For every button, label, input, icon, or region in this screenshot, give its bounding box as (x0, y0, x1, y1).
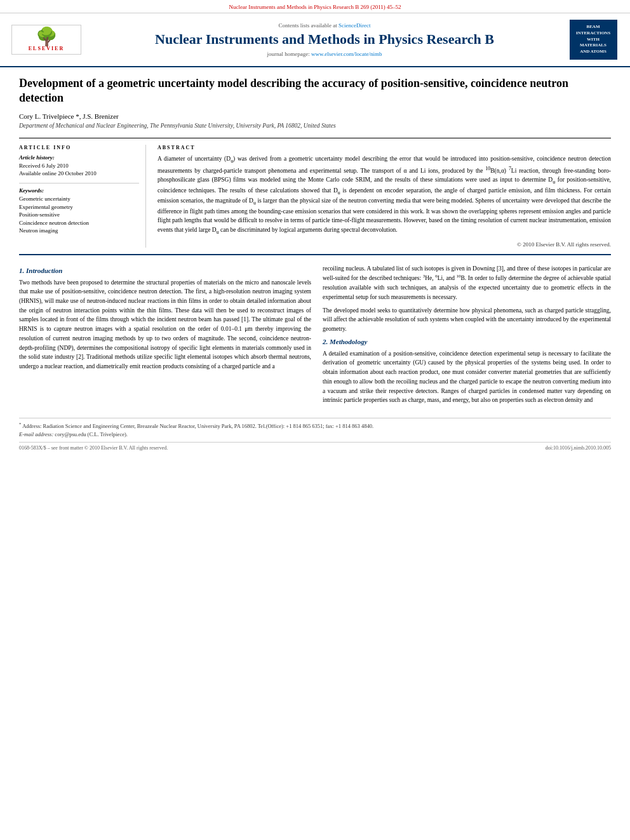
abstract-text: A diameter of uncertainty (Du) was deriv… (158, 154, 611, 236)
keyword-2: Experimental geometry (19, 203, 139, 211)
homepage-link[interactable]: www.elsevier.com/locate/nimb (311, 51, 382, 57)
right-column: recoiling nucleus. A tabulated list of s… (323, 264, 611, 410)
copyright-notice: © 2010 Elsevier B.V. All rights reserved… (158, 241, 611, 248)
journal-title-area: Contents lists available at ScienceDirec… (81, 22, 568, 57)
info-abstract-row: ARTICLE INFO Article history: Received 6… (19, 138, 611, 248)
section2-heading: 2. Methodology (323, 338, 611, 345)
journal-header: Nuclear Instruments and Methods in Physi… (0, 0, 630, 13)
section1-paragraph1: Two methods have been proposed to determ… (19, 278, 311, 371)
homepage-prefix: journal homepage: (267, 51, 311, 57)
footnote-address: Address: Radiation Science and Engineeri… (22, 423, 373, 429)
authors-text: Cory L. Trivelpiece *, J.S. Brenizer (19, 112, 119, 120)
journal-full-title: Nuclear Instruments and Methods in Physi… (88, 31, 561, 48)
keyword-3: Position-sensitive (19, 211, 139, 219)
article-keywords: Keywords: Geometric uncertainty Experime… (19, 187, 139, 235)
article-received: Received 6 July 2010 (19, 162, 139, 170)
footer-issn: 0168-583X/$ – see front matter © 2010 El… (19, 445, 168, 451)
elsevier-logo: 🌳 ELSEVIER (11, 25, 81, 55)
keyword-5: Neutron imaging (19, 227, 139, 235)
article-title: Development of a geometric uncertainty m… (19, 76, 611, 106)
journal-banner: 🌳 ELSEVIER Contents lists available at S… (0, 13, 630, 67)
page: Nuclear Instruments and Methods in Physi… (0, 0, 630, 840)
sciencedirect-link[interactable]: ScienceDirect (338, 22, 370, 29)
sciencedirect-line: Contents lists available at ScienceDirec… (88, 22, 561, 29)
elsevier-tree-icon: 🌳 (36, 28, 58, 46)
section1-paragraph-right1: recoiling nucleus. A tabulated list of s… (323, 264, 611, 302)
footnote-text: * Address: Radiation Science and Enginee… (19, 421, 611, 438)
article-body: Development of a geometric uncertainty m… (0, 67, 630, 418)
section1-heading: 1. Introduction (19, 267, 311, 274)
article-info-column: ARTICLE INFO Article history: Received 6… (19, 145, 146, 248)
article-info-label: ARTICLE INFO (19, 145, 139, 150)
article-main-columns: 1. Introduction Two methods have been pr… (19, 254, 611, 410)
journal-homepage-line: journal homepage: www.elsevier.com/locat… (88, 51, 561, 57)
keywords-label: Keywords: (19, 187, 139, 194)
journal-badge-area: BEAMINTERACTIONSWITHMATERIALSAND ATOMS (568, 20, 619, 60)
journal-reference-text: Nuclear Instruments and Methods in Physi… (229, 4, 401, 10)
left-column: 1. Introduction Two methods have been pr… (19, 264, 311, 410)
footer-bottom: 0168-583X/$ – see front matter © 2010 El… (19, 442, 611, 451)
journal-badge: BEAMINTERACTIONSWITHMATERIALSAND ATOMS (570, 20, 617, 60)
article-abstract-column: ABSTRACT A diameter of uncertainty (Du) … (158, 145, 611, 248)
section2-paragraph1: A detailed examination of a position-sen… (323, 349, 611, 405)
footnote-email: cory@psu.edu (C.L. Trivelpiece). (55, 431, 128, 437)
article-history: Article history: Received 6 July 2010 Av… (19, 154, 139, 178)
sciencedirect-prefix: Contents lists available at (279, 22, 338, 29)
abstract-label: ABSTRACT (158, 145, 611, 150)
article-affiliation: Department of Mechanical and Nuclear Eng… (19, 123, 611, 129)
keyword-1: Geometric uncertainty (19, 195, 139, 203)
footer-doi: doi:10.1016/j.nimb.2010.10.005 (546, 445, 611, 451)
footnote-area: * Address: Radiation Science and Enginee… (19, 418, 611, 438)
elsevier-wordmark: ELSEVIER (29, 46, 64, 51)
article-available: Available online 20 October 2010 (19, 170, 139, 178)
footnote-email-label: E-mail address: (19, 431, 53, 437)
elsevier-logo-area: 🌳 ELSEVIER (11, 25, 81, 55)
article-authors: Cory L. Trivelpiece *, J.S. Brenizer (19, 112, 611, 120)
keyword-4: Coincidence neutron detection (19, 219, 139, 227)
article-history-title: Article history: (19, 154, 139, 161)
section1-paragraph-right2: The developed model seeks to quantitativ… (323, 306, 611, 334)
